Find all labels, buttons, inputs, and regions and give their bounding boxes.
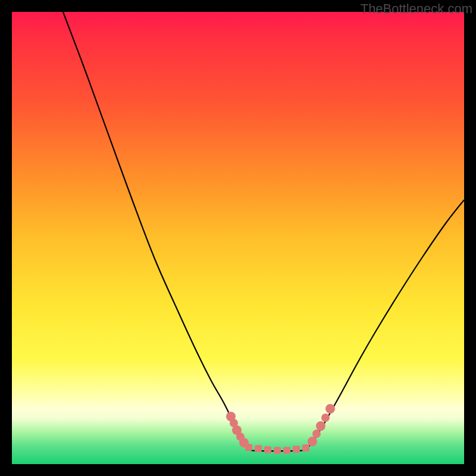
- curve-marker: [321, 414, 330, 422]
- curve-marker: [312, 430, 321, 438]
- plateau-marker: [245, 444, 252, 451]
- markers-round-group: [226, 404, 335, 447]
- chart-frame: [12, 12, 464, 464]
- markers-plateau-group: [245, 444, 309, 454]
- curve-marker: [325, 404, 335, 414]
- curve-marker: [308, 437, 317, 446]
- plateau-marker: [264, 446, 271, 453]
- plateau-marker: [293, 446, 300, 453]
- watermark-text: TheBottleneck.com: [361, 1, 472, 17]
- left-curve: [63, 12, 246, 447]
- plateau-marker: [283, 447, 290, 454]
- plateau-marker: [255, 445, 262, 452]
- plateau-marker: [274, 447, 281, 454]
- chart-overlay: [12, 12, 464, 464]
- plateau-marker: [302, 444, 309, 452]
- curve-marker: [316, 421, 325, 431]
